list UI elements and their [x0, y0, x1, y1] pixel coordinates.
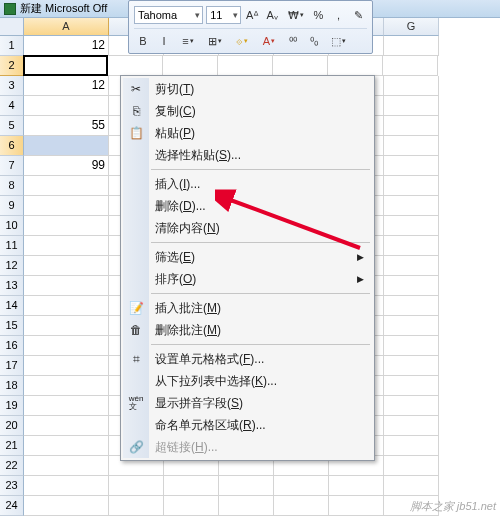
- row-header[interactable]: 8: [0, 176, 24, 196]
- cell[interactable]: [384, 336, 439, 356]
- menu-item-插入批注[interactable]: 📝插入批注(M): [123, 297, 372, 319]
- row-header[interactable]: 12: [0, 256, 24, 276]
- cell[interactable]: [24, 496, 109, 516]
- cell[interactable]: [383, 56, 438, 76]
- cell[interactable]: 55: [24, 116, 109, 136]
- row-header[interactable]: 4: [0, 96, 24, 116]
- row-header[interactable]: 15: [0, 316, 24, 336]
- row-header[interactable]: 23: [0, 476, 24, 496]
- cell[interactable]: [384, 256, 439, 276]
- cell[interactable]: [384, 36, 439, 56]
- cell[interactable]: [329, 496, 384, 516]
- cell[interactable]: [23, 55, 108, 76]
- cell[interactable]: [384, 316, 439, 336]
- cell[interactable]: [384, 176, 439, 196]
- bold-button[interactable]: B: [134, 32, 152, 50]
- cell[interactable]: [384, 376, 439, 396]
- cell[interactable]: [384, 276, 439, 296]
- currency-button[interactable]: ₩: [284, 6, 307, 24]
- cell[interactable]: 99: [24, 156, 109, 176]
- cell[interactable]: [274, 476, 329, 496]
- row-header[interactable]: 9: [0, 196, 24, 216]
- decrease-font-button[interactable]: Aᵥ: [264, 6, 281, 24]
- row-header[interactable]: 20: [0, 416, 24, 436]
- borders-button[interactable]: ⊞: [203, 32, 227, 50]
- cell[interactable]: [24, 96, 109, 116]
- cell[interactable]: [24, 416, 109, 436]
- cell[interactable]: [24, 456, 109, 476]
- cell[interactable]: [24, 176, 109, 196]
- menu-item-剪切[interactable]: ✂剪切(T): [123, 78, 372, 100]
- row-header[interactable]: 3: [0, 76, 24, 96]
- menu-item-粘贴[interactable]: 📋粘贴(P): [123, 122, 372, 144]
- cell[interactable]: [274, 496, 329, 516]
- select-all-corner[interactable]: [0, 18, 24, 36]
- increase-decimal-button[interactable]: ⁰⁰: [284, 32, 302, 50]
- cell[interactable]: [384, 436, 439, 456]
- row-header[interactable]: 10: [0, 216, 24, 236]
- row-header[interactable]: 24: [0, 496, 24, 516]
- cell[interactable]: [24, 396, 109, 416]
- merge-button[interactable]: ⬚: [326, 32, 350, 50]
- cell[interactable]: [24, 436, 109, 456]
- cell[interactable]: [163, 56, 218, 76]
- cell[interactable]: [384, 296, 439, 316]
- cell[interactable]: [384, 196, 439, 216]
- cell[interactable]: [384, 136, 439, 156]
- menu-item-显示拼音字段[interactable]: wén文显示拼音字段(S): [123, 392, 372, 414]
- menu-item-删除[interactable]: 删除(D)...: [123, 195, 372, 217]
- cell[interactable]: [273, 56, 328, 76]
- cell[interactable]: [219, 476, 274, 496]
- menu-item-设置单元格格式[interactable]: ⌗设置单元格格式(F)...: [123, 348, 372, 370]
- row-header[interactable]: 13: [0, 276, 24, 296]
- row-header[interactable]: 17: [0, 356, 24, 376]
- row-header[interactable]: 7: [0, 156, 24, 176]
- cell[interactable]: [164, 496, 219, 516]
- cell[interactable]: [384, 156, 439, 176]
- italic-button[interactable]: I: [155, 32, 173, 50]
- menu-item-复制[interactable]: ⎘复制(C): [123, 100, 372, 122]
- decrease-decimal-button[interactable]: ⁰₀: [305, 32, 323, 50]
- row-header[interactable]: 14: [0, 296, 24, 316]
- row-header[interactable]: 16: [0, 336, 24, 356]
- menu-item-清除内容[interactable]: 清除内容(N): [123, 217, 372, 239]
- menu-item-排序[interactable]: 排序(O)▶: [123, 268, 372, 290]
- menu-item-插入[interactable]: 插入(I)...: [123, 173, 372, 195]
- cell[interactable]: [384, 416, 439, 436]
- menu-item-删除批注[interactable]: 🗑删除批注(M): [123, 319, 372, 341]
- cell[interactable]: [384, 96, 439, 116]
- format-painter-button[interactable]: ✎: [350, 6, 367, 24]
- fill-color-button[interactable]: ⟐: [230, 32, 254, 50]
- menu-item-选择性粘贴[interactable]: 选择性粘贴(S)...: [123, 144, 372, 166]
- cell[interactable]: [384, 216, 439, 236]
- row-header[interactable]: 22: [0, 456, 24, 476]
- cell[interactable]: [24, 276, 109, 296]
- percent-button[interactable]: %: [310, 6, 327, 24]
- row-header[interactable]: 21: [0, 436, 24, 456]
- cell[interactable]: [109, 496, 164, 516]
- cell[interactable]: [384, 456, 439, 476]
- cell[interactable]: [24, 216, 109, 236]
- cell[interactable]: [384, 476, 439, 496]
- row-header[interactable]: 1: [0, 36, 24, 56]
- cell[interactable]: [109, 476, 164, 496]
- cell[interactable]: [24, 376, 109, 396]
- cell[interactable]: [164, 476, 219, 496]
- cell[interactable]: [24, 196, 109, 216]
- align-button[interactable]: ≡: [176, 32, 200, 50]
- cell[interactable]: 12: [24, 76, 109, 96]
- row-header[interactable]: 6: [0, 136, 24, 156]
- column-header-G[interactable]: G: [384, 18, 439, 36]
- cell[interactable]: [384, 356, 439, 376]
- cell[interactable]: [328, 56, 383, 76]
- cell[interactable]: 12: [24, 36, 109, 56]
- font-color-button[interactable]: A: [257, 32, 281, 50]
- cell[interactable]: [384, 236, 439, 256]
- cell[interactable]: [329, 476, 384, 496]
- cell[interactable]: [24, 336, 109, 356]
- cell[interactable]: [384, 116, 439, 136]
- comma-button[interactable]: ,: [330, 6, 347, 24]
- cell[interactable]: [219, 496, 274, 516]
- font-family-select[interactable]: Tahoma: [134, 6, 203, 24]
- cell[interactable]: [108, 56, 163, 76]
